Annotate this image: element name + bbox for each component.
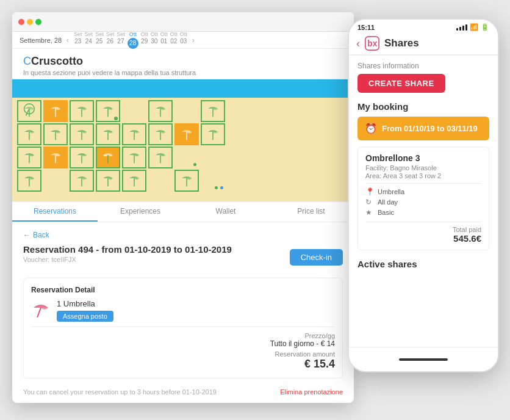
umbrella-cell[interactable]: [70, 123, 94, 145]
back-button[interactable]: ‹: [356, 37, 360, 50]
checkin-button[interactable]: Check-in: [290, 249, 343, 266]
umbrella-cell[interactable]: [70, 100, 94, 122]
calendar-date[interactable]: Set25: [95, 31, 104, 49]
umbrella-cell[interactable]: [174, 123, 199, 145]
signal-icon: [456, 24, 467, 31]
calendar-date[interactable]: Ott29: [141, 31, 148, 49]
refresh-icon: ↻: [365, 198, 374, 206]
umbrella-detail-info: 1 Umbrella Assegna posto: [57, 299, 335, 322]
booking-facility: Facility: Bagno Mirasole: [365, 164, 481, 172]
umbrella-cell[interactable]: [17, 123, 41, 145]
umbrella-detail-row: 1 Umbrella Assegna posto: [31, 299, 335, 322]
assegna-posto-button[interactable]: Assegna posto: [57, 311, 113, 322]
calendar-date[interactable]: Set23: [74, 31, 82, 49]
umbrella-cell-empty: [174, 147, 199, 168]
umbrella-cell[interactable]: [148, 147, 173, 168]
umbrella-cell[interactable]: [43, 123, 68, 145]
app-logo-icon: bx: [365, 36, 379, 51]
tab-experiences[interactable]: Experiences: [98, 202, 183, 222]
close-dot[interactable]: [18, 19, 24, 25]
calendar-date[interactable]: Ott02: [170, 31, 178, 49]
umbrella-cell[interactable]: [96, 100, 120, 122]
tab-pricelist[interactable]: Price list: [268, 202, 354, 222]
browser-bar: [12, 12, 354, 32]
umbrella-detail-icon: [31, 299, 51, 319]
calendar-date-active[interactable]: Ott28: [128, 31, 138, 49]
my-booking-title: My booking: [357, 101, 489, 112]
calendar-date[interactable]: Ott03: [180, 31, 187, 49]
umbrella-cell[interactable]: [96, 147, 120, 168]
umbrella-cell[interactable]: [43, 147, 68, 168]
umbrella-cell[interactable]: [96, 170, 120, 192]
umbrella-cell[interactable]: [174, 170, 199, 192]
create-share-button[interactable]: CREATE SHARE: [357, 74, 445, 93]
umbrella-cell-empty: [43, 170, 68, 192]
umbrella-cell-empty: [148, 170, 173, 192]
booking-attrs: 📍 Umbrella ↻ All day ★ Basic: [365, 187, 481, 217]
umbrella-cell[interactable]: [148, 123, 173, 145]
map-row-4: [17, 170, 349, 192]
cancel-row: You can cancel your reservation up to 3 …: [23, 388, 343, 396]
total-paid-value: 545.6€: [453, 233, 481, 244]
booking-name: Ombrellone 3: [365, 153, 481, 163]
booking-card: Ombrellone 3 Facility: Bagno Mirasole Ar…: [357, 147, 489, 250]
wifi-icon: 📶: [470, 23, 478, 31]
status-icons: 📶 🔋: [456, 23, 489, 31]
cancel-link[interactable]: Elimina prenotazione: [280, 388, 343, 396]
umbrella-cell[interactable]: [17, 170, 41, 192]
map-row-1: [17, 100, 349, 122]
tab-reservations[interactable]: Reservations: [12, 202, 98, 222]
dashboard-header: CCruscotto In questa sezione puoi vedere…: [12, 49, 354, 79]
umbrella-grid: [12, 98, 354, 194]
umbrella-cell[interactable]: [70, 147, 94, 168]
dashboard-title: CCruscotto: [23, 55, 343, 68]
nav-next[interactable]: ›: [192, 36, 195, 45]
umbrella-cell[interactable]: [17, 147, 41, 168]
browser-dots: [18, 19, 41, 25]
calendar-date[interactable]: Set24: [85, 31, 93, 49]
nav-prev[interactable]: ‹: [66, 36, 69, 45]
phone-status-bar: 15:11 📶 🔋: [349, 20, 498, 32]
umbrella-cell[interactable]: [201, 100, 225, 122]
maximize-dot[interactable]: [35, 19, 41, 25]
minimize-dot[interactable]: [27, 19, 33, 25]
calendar-date[interactable]: Set27: [117, 31, 125, 49]
calendar-dates: Set23 Set24 Set25 Set26 Set27 Ott28 Ott2…: [74, 31, 187, 49]
umbrella-cell[interactable]: [122, 123, 146, 145]
umbrella-cell[interactable]: [201, 123, 225, 145]
reservation-title: Reservation 494 - from 01-10-2019 to 01-…: [23, 244, 232, 270]
desktop-window: Settembre, 28 ‹ Set23 Set24 Set25 Set26 …: [12, 12, 354, 403]
home-indicator[interactable]: [399, 358, 448, 361]
back-link[interactable]: ← Back: [23, 231, 343, 239]
booking-divider-2: [365, 222, 481, 222]
star-icon: ★: [365, 208, 374, 217]
location-icon: 📍: [365, 187, 374, 196]
phone-logo: bx: [365, 36, 379, 51]
mobile-phone: 15:11 📶 🔋 ‹ bx Shares Shares information…: [348, 18, 499, 372]
map-row-3: [17, 147, 349, 168]
umbrella-cell-empty: [122, 100, 146, 122]
umbrella-cell[interactable]: [122, 147, 146, 168]
calendar-date[interactable]: Set26: [106, 31, 115, 49]
beach-map: [12, 79, 354, 201]
calendar-date[interactable]: Ott01: [160, 31, 168, 49]
umbrella-cell[interactable]: [122, 170, 146, 192]
umbrella-cell[interactable]: [96, 123, 120, 145]
active-shares-title: Active shares: [357, 259, 489, 269]
calendar-date[interactable]: Ott30: [151, 31, 158, 49]
booking-date-banner: ⏰ From 01/10/19 to 03/11/19: [357, 117, 489, 140]
phone-screen-title: Shares: [384, 37, 419, 49]
umbrella-cell-empty: [201, 170, 225, 192]
tab-wallet[interactable]: Wallet: [183, 202, 268, 222]
umbrella-cell-empty: [201, 147, 225, 168]
umbrella-cell[interactable]: [43, 100, 68, 122]
phone-nav-bar: ‹ bx Shares: [349, 32, 498, 55]
shares-info-label: Shares information: [357, 56, 489, 74]
booking-attr-basic: ★ Basic: [365, 208, 481, 217]
back-arrow-icon: ←: [23, 231, 31, 239]
umbrella-cell[interactable]: [148, 100, 173, 122]
battery-icon: 🔋: [481, 23, 489, 31]
umbrella-cell[interactable]: [70, 170, 94, 192]
umbrella-cell[interactable]: [17, 100, 41, 122]
phone-content: Shares information CREATE SHARE My booki…: [349, 56, 498, 335]
